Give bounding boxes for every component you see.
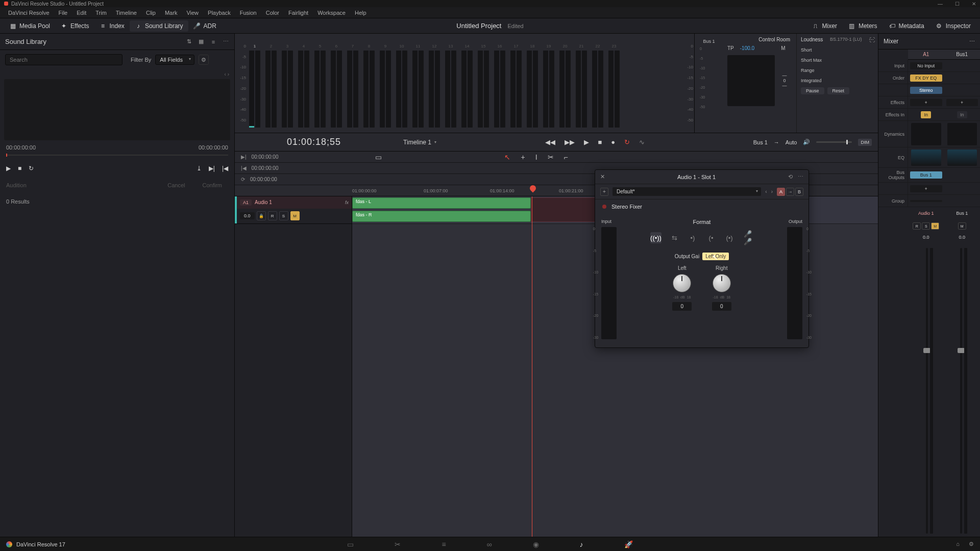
mixer-ch-a1[interactable]: A1 bbox=[908, 49, 944, 60]
menu-color[interactable]: Color bbox=[262, 9, 283, 17]
cancel-button[interactable]: Cancel bbox=[161, 180, 191, 190]
filter-dropdown[interactable]: All Fields bbox=[155, 55, 194, 65]
next-clip-icon[interactable]: |◀ bbox=[222, 165, 228, 172]
automation-icon[interactable]: ∿ bbox=[639, 138, 645, 146]
menu-timeline[interactable]: Timeline bbox=[112, 9, 141, 17]
tc-value-3[interactable]: 00:00:00:00 bbox=[250, 177, 277, 182]
fader-bus1[interactable] bbox=[960, 248, 962, 534]
effects-in-badge[interactable]: In bbox=[921, 111, 931, 118]
add-effect-button[interactable]: + bbox=[946, 99, 978, 106]
dim-button[interactable]: DIM bbox=[858, 139, 872, 146]
dynamics-graph[interactable] bbox=[911, 123, 941, 145]
effects-in-badge[interactable]: In bbox=[957, 111, 967, 118]
list-view-icon[interactable]: ≡ bbox=[210, 38, 217, 45]
track-solo-button[interactable]: S bbox=[279, 211, 288, 220]
bus-output[interactable]: Bus 1 bbox=[910, 171, 942, 179]
filter-settings-icon[interactable]: ⚙ bbox=[199, 55, 209, 65]
search-input[interactable] bbox=[5, 54, 122, 65]
tc-value-2[interactable]: 00:00:00:00 bbox=[252, 165, 279, 171]
fusion-page-icon[interactable]: ∞ bbox=[487, 540, 492, 548]
right-gain-knob[interactable] bbox=[713, 274, 731, 292]
format-center-icon[interactable]: (•) bbox=[724, 232, 735, 243]
pause-button[interactable]: Pause bbox=[801, 87, 824, 94]
playhead-marker[interactable] bbox=[529, 184, 537, 193]
menu-davinci-resolve[interactable]: DaVinci Resolve bbox=[4, 9, 54, 17]
tc-value-1[interactable]: 00:00:00:00 bbox=[252, 154, 279, 160]
add-bus-button[interactable]: + bbox=[910, 185, 942, 192]
insert-icon[interactable]: ⤓ bbox=[197, 165, 202, 172]
deliver-page-icon[interactable]: 🚀 bbox=[624, 540, 633, 548]
more-icon[interactable]: ⋯ bbox=[969, 38, 975, 45]
order-badge[interactable]: FX DY EQ bbox=[910, 74, 942, 82]
mute-button[interactable]: M bbox=[958, 222, 966, 230]
format-swap-icon[interactable]: ⇆ bbox=[669, 232, 680, 243]
fairlight-page-icon[interactable]: ♪ bbox=[580, 540, 583, 548]
mute-button[interactable]: M bbox=[931, 222, 939, 230]
compare-a-button[interactable]: A bbox=[777, 188, 785, 196]
track-fx-icon[interactable]: fx bbox=[345, 200, 349, 205]
add-effect-button[interactable]: + bbox=[910, 99, 942, 106]
play-icon[interactable]: ▶ bbox=[584, 138, 589, 146]
tc-icon[interactable]: ▶| bbox=[241, 154, 247, 160]
close-icon[interactable]: ✕ bbox=[972, 1, 976, 7]
adr-button[interactable]: 🎤ADR bbox=[188, 20, 222, 32]
selection-tool-icon[interactable]: ↖ bbox=[504, 153, 510, 161]
auto-label[interactable]: Auto bbox=[786, 139, 797, 145]
track-header-a1[interactable]: A1 Audio 1 fx 0.0 🔒 R S M bbox=[235, 196, 352, 224]
blade-tool-icon[interactable]: ✂ bbox=[548, 153, 554, 161]
menu-edit[interactable]: Edit bbox=[72, 9, 90, 17]
dynamics-graph[interactable] bbox=[947, 123, 977, 145]
marker-tool-icon[interactable]: + bbox=[521, 153, 525, 161]
arm-button[interactable]: R bbox=[913, 222, 921, 230]
format-stereo-icon[interactable]: ((•)) bbox=[650, 232, 662, 243]
home-icon[interactable]: ⌂ bbox=[956, 541, 960, 547]
range-tool-icon[interactable]: I bbox=[535, 153, 537, 161]
menu-playback[interactable]: Playback bbox=[204, 9, 235, 17]
more-icon[interactable]: ⋯ bbox=[222, 38, 229, 45]
left-gain-knob[interactable] bbox=[673, 274, 691, 292]
track-lock-icon[interactable]: 🔒 bbox=[257, 211, 266, 220]
media-page-icon[interactable]: ▭ bbox=[347, 540, 354, 548]
stop-icon[interactable]: ■ bbox=[598, 138, 602, 146]
master-timecode[interactable]: 01:00:18;55 bbox=[287, 137, 341, 147]
rewind-icon[interactable]: ◀◀ bbox=[545, 138, 555, 146]
media-pool-button[interactable]: ▦Media Pool bbox=[4, 20, 55, 32]
eq-graph[interactable] bbox=[911, 149, 941, 166]
loop-icon[interactable]: ↻ bbox=[29, 165, 34, 172]
mixer-ch-bus1[interactable]: Bus1 bbox=[944, 49, 981, 60]
inspector-button[interactable]: ⚙Inspector bbox=[930, 20, 976, 32]
audio-clip-r[interactable]: fdas - R bbox=[352, 211, 531, 222]
edit-page-icon[interactable]: ≡ bbox=[442, 540, 446, 548]
minimize-icon[interactable]: — bbox=[938, 1, 943, 7]
right-gain-value[interactable]: 0 bbox=[712, 302, 731, 311]
menu-fusion[interactable]: Fusion bbox=[236, 9, 261, 17]
solo-button[interactable]: S bbox=[922, 222, 930, 230]
add-preset-icon[interactable]: + bbox=[600, 188, 608, 196]
audio-clip-l[interactable]: fdas - L bbox=[352, 197, 531, 209]
meters-button[interactable]: ▥Meters bbox=[843, 20, 883, 32]
track-mute-button[interactable]: M bbox=[290, 211, 300, 220]
expand-icon[interactable]: ⛶ bbox=[869, 37, 875, 43]
format-mic-icon[interactable]: 🎤🎤 bbox=[742, 232, 753, 243]
speaker-icon[interactable]: 🔊 bbox=[803, 139, 810, 145]
metadata-button[interactable]: 🏷Metadata bbox=[884, 20, 929, 32]
grid-view-icon[interactable]: ▦ bbox=[198, 38, 205, 45]
snap-icon[interactable]: ⌐ bbox=[564, 153, 568, 161]
more-icon[interactable]: ⋯ bbox=[798, 173, 803, 180]
nav-prev-icon[interactable]: ‹ bbox=[225, 71, 226, 77]
layout-icon[interactable]: ▭ bbox=[375, 153, 382, 161]
tc-icon[interactable]: ⟳ bbox=[241, 177, 245, 182]
mixer-button[interactable]: ⎍Mixer bbox=[807, 20, 842, 32]
menu-help[interactable]: Help bbox=[351, 9, 371, 17]
reset-button[interactable]: Reset bbox=[827, 87, 850, 94]
fx-enable-toggle[interactable] bbox=[602, 205, 606, 209]
eq-graph[interactable] bbox=[947, 149, 977, 166]
sound-library-button[interactable]: ♪Sound Library bbox=[130, 20, 188, 32]
color-page-icon[interactable]: ◉ bbox=[533, 540, 539, 548]
confirm-button[interactable]: Confirm bbox=[196, 180, 228, 190]
menu-view[interactable]: View bbox=[182, 9, 203, 17]
menu-mark[interactable]: Mark bbox=[161, 9, 181, 17]
volume-slider[interactable] bbox=[816, 141, 852, 143]
menu-trim[interactable]: Trim bbox=[91, 9, 111, 17]
stop-icon[interactable]: ■ bbox=[18, 165, 21, 172]
